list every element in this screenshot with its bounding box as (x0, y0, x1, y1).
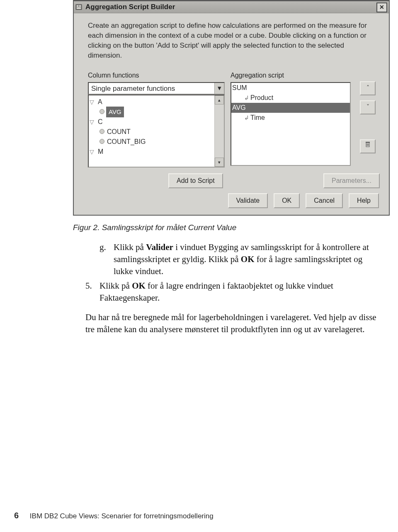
bullet-icon (100, 139, 104, 144)
body-text: g. Klikk på Valider i vinduet Bygging av… (100, 241, 384, 335)
script-function-selected[interactable]: AVG (232, 103, 246, 113)
list-item: g. Klikk på Valider i vinduet Bygging av… (100, 241, 384, 277)
column-functions-label: Column functions (88, 70, 225, 80)
chevron-down-icon[interactable]: ▽ (90, 147, 95, 157)
chevron-down-icon[interactable]: ▽ (90, 117, 95, 127)
paragraph: Du har nå tre beregnede mål for lagerbeh… (85, 311, 384, 335)
scroll-down-icon[interactable]: ▾ (215, 158, 224, 167)
app-icon (74, 1, 84, 13)
combo-value: Single parameter functions (89, 83, 214, 94)
bold: Valider (146, 242, 173, 252)
dialog-window: Aggregation Script Builder ✕ Create an a… (73, 0, 390, 216)
bold: OK (241, 254, 255, 264)
svg-rect-2 (79, 5, 81, 7)
window-title: Aggregation Script Builder (84, 1, 376, 13)
list-marker: g. (100, 241, 114, 277)
bullet-icon (100, 129, 104, 134)
function-category-combo[interactable]: Single parameter functions ▾ (88, 82, 225, 95)
script-function[interactable]: SUM (232, 83, 247, 93)
dropdown-icon[interactable]: ▾ (214, 83, 224, 94)
ok-button[interactable]: OK (274, 193, 300, 208)
tree-group[interactable]: A (95, 97, 102, 107)
tree-group[interactable]: M (95, 147, 103, 157)
parameters-button[interactable]: Parameters... (323, 173, 380, 188)
scrollbar[interactable]: ▴ ▾ (214, 95, 224, 167)
svg-rect-0 (76, 5, 82, 10)
script-list[interactable]: SUM ↲Product AVG ↲Time (231, 82, 351, 166)
figure-caption: Figur 2. Samlingsskript for målet Curren… (73, 223, 398, 232)
svg-rect-1 (77, 5, 78, 7)
list-item: 5. Klikk på OK for å lagre endringen i f… (85, 280, 384, 304)
cancel-button[interactable]: Cancel (306, 193, 343, 208)
aggregation-script-label: Aggregation script (231, 70, 351, 80)
delete-button[interactable] (360, 139, 376, 153)
book-title: IBM DB2 Cube Views: Scenarier for forret… (30, 512, 214, 520)
scroll-track[interactable] (215, 104, 224, 158)
dimension-icon: ↲ (243, 113, 250, 123)
move-up-button[interactable]: ˄ (360, 81, 376, 95)
tree-leaf[interactable]: COUNT (104, 127, 131, 137)
text: Klikk på (114, 242, 146, 252)
list-marker: 5. (85, 280, 100, 304)
bold: OK (132, 281, 146, 291)
tree-group[interactable]: C (95, 117, 103, 127)
function-tree[interactable]: ▽A AVG ▽C COUNT COUNT_BIG ▽M (89, 95, 214, 167)
dimension-icon: ↲ (243, 93, 250, 103)
svg-rect-3 (77, 7, 81, 9)
page-number: 6 (14, 511, 19, 520)
help-button[interactable]: Help (349, 193, 379, 208)
tree-leaf[interactable]: COUNT_BIG (104, 137, 146, 147)
scroll-up-icon[interactable]: ▴ (215, 95, 224, 104)
chevron-down-icon[interactable]: ▽ (90, 97, 95, 107)
dialog-intro: Create an aggregation script to define h… (88, 21, 380, 61)
title-bar: Aggregation Script Builder ✕ (74, 1, 389, 13)
script-dimension[interactable]: Time (250, 113, 265, 123)
svg-rect-5 (366, 142, 370, 143)
script-dimension[interactable]: Product (250, 93, 273, 103)
page-footer: 6 IBM DB2 Cube Views: Scenarier for forr… (14, 511, 214, 520)
text: Klikk på (100, 281, 132, 291)
add-to-script-button[interactable]: Add to Script (168, 173, 223, 188)
move-down-button[interactable]: ˅ (360, 100, 376, 114)
close-button[interactable]: ✕ (376, 2, 387, 12)
bullet-icon (100, 109, 104, 114)
tree-leaf-selected[interactable]: AVG (106, 107, 124, 117)
validate-button[interactable]: Validate (228, 193, 268, 208)
